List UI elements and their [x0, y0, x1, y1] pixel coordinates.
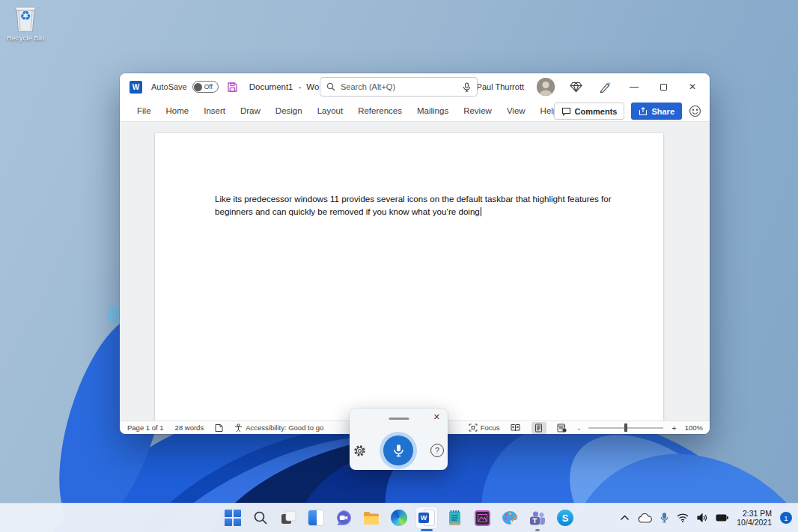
- autosave-toggle[interactable]: Off: [192, 81, 219, 93]
- notification-badge[interactable]: 1: [780, 512, 792, 524]
- autosave-state: Off: [204, 83, 213, 91]
- tray-overflow-chevron-icon[interactable]: [620, 515, 630, 521]
- word-count-status[interactable]: 28 words: [175, 424, 204, 432]
- read-mode-view-button[interactable]: [508, 422, 523, 434]
- recycle-bin-shortcut[interactable]: ♻ Recycle Bin: [6, 4, 45, 42]
- tab-file[interactable]: File: [130, 106, 159, 115]
- word-taskbar-button[interactable]: W: [416, 507, 437, 528]
- skype-icon: S: [557, 510, 573, 526]
- voice-settings-gear-icon[interactable]: [353, 444, 366, 457]
- proofing-book-icon[interactable]: [215, 424, 223, 432]
- document-title: Document1: [249, 82, 293, 91]
- focus-label: Focus: [481, 424, 500, 432]
- title-bar: W AutoSave Off Document1 - Word: [120, 73, 710, 100]
- share-button[interactable]: Share: [631, 103, 682, 120]
- notepad-icon: [448, 510, 462, 526]
- taskbar-search-button[interactable]: [250, 507, 271, 528]
- recycle-bin-label: Recycle Bin: [6, 34, 45, 42]
- tab-draw[interactable]: Draw: [233, 106, 268, 115]
- voice-typing-help-button[interactable]: ?: [430, 444, 444, 457]
- task-view-icon: [281, 510, 296, 525]
- web-layout-view-button[interactable]: [555, 422, 570, 434]
- tab-insert[interactable]: Insert: [196, 106, 233, 115]
- media-app-button[interactable]: [472, 507, 493, 528]
- file-explorer-icon: [363, 511, 380, 525]
- tab-review[interactable]: Review: [456, 106, 499, 115]
- tab-layout[interactable]: Layout: [310, 106, 351, 115]
- document-line: Like its predecessor windows 11 provides…: [215, 193, 663, 206]
- chat-icon: [335, 510, 352, 526]
- zoom-slider-thumb[interactable]: [624, 424, 627, 432]
- tab-view[interactable]: View: [499, 106, 533, 115]
- document-line: beginners and can quickly be removed if …: [215, 207, 480, 216]
- widgets-icon: [308, 510, 324, 526]
- search-box[interactable]: [320, 77, 478, 97]
- zoom-out-button[interactable]: -: [578, 424, 581, 432]
- notepad-button[interactable]: [444, 507, 465, 528]
- page-count-status[interactable]: Page 1 of 1: [127, 424, 164, 432]
- autosave-label: AutoSave: [151, 82, 187, 91]
- focus-mode-button[interactable]: Focus: [469, 424, 500, 432]
- taskbar-clock[interactable]: 2:31 PM 10/4/2021: [737, 509, 772, 527]
- file-explorer-button[interactable]: [361, 507, 382, 528]
- task-view-button[interactable]: [278, 507, 299, 528]
- battery-icon[interactable]: [716, 514, 728, 522]
- text-cursor: [481, 207, 481, 216]
- share-icon: [639, 107, 648, 116]
- wifi-icon[interactable]: [677, 513, 689, 522]
- system-tray: 2:31 PM 10/4/2021 1: [620, 504, 792, 532]
- widgets-button[interactable]: [305, 507, 326, 528]
- tab-design[interactable]: Design: [268, 106, 310, 115]
- edge-button[interactable]: [389, 507, 409, 528]
- teams-icon: [529, 510, 546, 526]
- media-app-icon: [475, 510, 490, 526]
- skype-button[interactable]: S: [555, 507, 576, 528]
- close-button[interactable]: ✕: [684, 79, 701, 95]
- tab-references[interactable]: References: [350, 106, 409, 115]
- teams-button[interactable]: [527, 507, 548, 528]
- document-page[interactable]: Like its predecessor windows 11 provides…: [155, 133, 663, 421]
- accessibility-status-label: Accessibility: Good to go: [246, 424, 323, 432]
- voice-typing-popup: ✕ ?: [350, 409, 448, 470]
- chat-button[interactable]: [333, 507, 354, 528]
- save-icon[interactable]: [227, 82, 238, 93]
- dictation-mic-button[interactable]: [383, 435, 413, 465]
- zoom-in-button[interactable]: +: [671, 424, 676, 432]
- comments-label: Comments: [575, 107, 618, 116]
- title-separator: -: [299, 82, 302, 91]
- maximize-button[interactable]: [655, 79, 671, 95]
- ribbon-tab-row: File Home Insert Draw Design Layout Refe…: [120, 100, 710, 122]
- minimize-button[interactable]: —: [626, 79, 642, 95]
- whats-new-sparkle-pen-icon[interactable]: [597, 79, 613, 95]
- share-label: Share: [651, 107, 674, 116]
- print-layout-view-button[interactable]: [532, 422, 546, 434]
- zoom-level[interactable]: 100%: [685, 424, 703, 432]
- start-button[interactable]: [222, 507, 243, 528]
- active-app-indicator: [421, 529, 433, 531]
- coming-soon-diamond-icon[interactable]: [567, 79, 584, 95]
- zoom-slider[interactable]: [588, 427, 663, 429]
- tab-mailings[interactable]: Mailings: [409, 106, 456, 115]
- drag-handle[interactable]: [389, 418, 409, 420]
- recycle-symbol: ♻: [13, 10, 38, 22]
- title-bar-right: Paul Thurrott — ✕: [477, 78, 701, 96]
- tab-home[interactable]: Home: [159, 106, 197, 115]
- recycle-bin-icon: ♻: [13, 4, 38, 33]
- running-app-indicator: [535, 529, 540, 531]
- volume-icon[interactable]: [697, 513, 707, 522]
- account-name[interactable]: Paul Thurrott: [477, 82, 524, 91]
- comment-bubble-icon: [561, 107, 571, 116]
- onedrive-cloud-icon[interactable]: [638, 513, 652, 523]
- comments-button[interactable]: Comments: [554, 103, 625, 120]
- edge-icon: [391, 510, 407, 526]
- accessibility-status[interactable]: Accessibility: Good to go: [234, 424, 323, 432]
- search-mic-icon[interactable]: [463, 82, 471, 92]
- voice-typing-close-button[interactable]: ✕: [433, 412, 440, 422]
- paint-icon: [502, 510, 518, 526]
- search-input[interactable]: [341, 82, 457, 91]
- document-text: Like its predecessor windows 11 provides…: [155, 133, 663, 218]
- account-avatar[interactable]: [537, 78, 555, 96]
- feedback-smiley-icon[interactable]: [689, 105, 701, 117]
- paint-button[interactable]: [499, 507, 520, 528]
- tray-mic-icon[interactable]: [660, 513, 668, 523]
